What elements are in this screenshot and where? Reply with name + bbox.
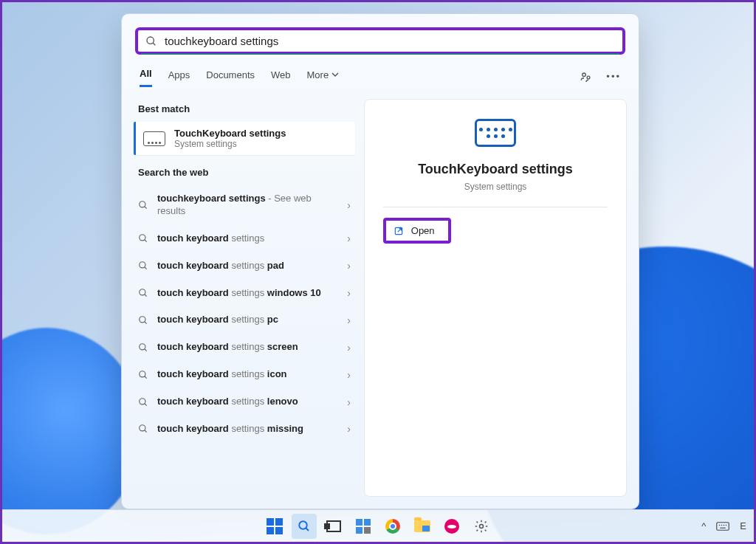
web-result-text: touch keyboard settings lenovo [157, 396, 338, 408]
taskbar-app-pinned[interactable] [439, 514, 464, 539]
svg-point-8 [140, 262, 145, 268]
svg-line-1 [153, 43, 155, 45]
search-web-heading: Search the web [138, 167, 351, 178]
search-icon [138, 288, 148, 298]
gear-icon [474, 519, 489, 534]
svg-rect-26 [717, 522, 729, 530]
result-preview-pane: TouchKeyboard settings System settings O… [364, 99, 627, 497]
web-result-text: touch keyboard settings missing [157, 423, 338, 435]
search-icon [138, 342, 148, 353]
web-result-item[interactable]: touch keyboard settings icon› [134, 361, 355, 388]
touch-keyboard-tray-icon[interactable] [716, 521, 729, 531]
windows-logo-icon [267, 518, 283, 534]
chevron-down-icon [331, 71, 339, 78]
account-icon[interactable] [580, 71, 593, 84]
best-match-subtitle: System settings [174, 139, 286, 149]
chevron-right-icon[interactable]: › [347, 423, 351, 435]
svg-point-3 [587, 76, 590, 79]
tab-web[interactable]: Web [271, 69, 291, 86]
search-icon [138, 261, 148, 271]
web-result-item[interactable]: touch keyboard settings pad› [134, 252, 355, 280]
chevron-right-icon[interactable]: › [347, 342, 351, 354]
svg-point-2 [583, 73, 586, 77]
svg-line-5 [145, 207, 147, 209]
keyboard-icon [143, 131, 165, 146]
svg-line-11 [145, 295, 147, 297]
search-icon [138, 370, 148, 380]
preview-subtitle: System settings [464, 182, 527, 192]
web-result-text: touch keyboard settings icon [157, 368, 338, 381]
web-result-text: touch keyboard settings screen [157, 341, 338, 354]
tray-language-indicator[interactable]: E [740, 520, 746, 531]
start-search-panel: All Apps Documents Web More ••• Best mat… [121, 13, 639, 509]
open-button-label: Open [411, 225, 435, 236]
web-result-item[interactable]: touch keyboard settings pc› [134, 306, 355, 334]
web-result-text: touch keyboard settings windows 10 [157, 287, 338, 300]
svg-line-9 [145, 267, 147, 269]
chevron-right-icon[interactable]: › [347, 233, 351, 244]
svg-point-0 [147, 37, 154, 44]
svg-line-21 [145, 430, 147, 433]
search-icon [138, 315, 148, 326]
widgets-button[interactable] [351, 514, 376, 539]
web-result-text: touch keyboard settings pad [157, 260, 338, 272]
svg-point-6 [140, 235, 145, 241]
chevron-right-icon[interactable]: › [347, 369, 351, 381]
chrome-icon [385, 519, 400, 534]
chevron-right-icon[interactable]: › [347, 314, 351, 326]
search-icon [138, 424, 148, 434]
search-icon [138, 233, 148, 244]
search-icon [145, 35, 157, 47]
svg-line-13 [145, 322, 147, 324]
task-view-button[interactable] [321, 514, 346, 539]
search-input[interactable] [165, 35, 615, 47]
svg-line-19 [145, 403, 147, 405]
preview-title: TouchKeyboard settings [418, 162, 573, 177]
chevron-right-icon[interactable]: › [347, 396, 351, 408]
svg-point-10 [140, 289, 145, 295]
svg-point-23 [299, 521, 307, 529]
taskbar: ^ E [2, 509, 754, 542]
chevron-right-icon[interactable]: › [347, 287, 351, 299]
open-button[interactable]: Open [383, 218, 451, 244]
folder-icon [414, 520, 430, 532]
web-result-item[interactable]: touch keyboard settings missing› [134, 416, 355, 443]
tray-overflow-chevron-icon[interactable]: ^ [701, 520, 706, 531]
search-icon [138, 200, 148, 210]
web-result-item[interactable]: touch keyboard settings lenovo› [134, 388, 355, 416]
start-button[interactable] [262, 514, 287, 539]
filter-tabs: All Apps Documents Web More ••• [122, 55, 639, 92]
web-result-text: touch keyboard settings pc [157, 314, 338, 326]
chevron-right-icon[interactable]: › [347, 260, 351, 272]
svg-point-4 [140, 202, 145, 207]
task-view-icon [326, 520, 341, 532]
taskbar-app-chrome[interactable] [380, 514, 405, 539]
best-match-heading: Best match [138, 103, 351, 114]
search-icon [298, 520, 311, 533]
web-result-item[interactable]: touch keyboard settings› [134, 225, 355, 252]
svg-point-25 [480, 524, 484, 528]
search-bar[interactable] [135, 27, 625, 55]
web-result-item[interactable]: touch keyboard settings windows 10› [134, 280, 355, 307]
best-match-result[interactable]: TouchKeyboard settings System settings [134, 122, 355, 155]
chevron-right-icon[interactable]: › [347, 199, 351, 211]
web-results-list: touchkeyboard settings - See web results… [134, 185, 355, 443]
taskbar-app-settings[interactable] [469, 514, 494, 539]
tab-more-label: More [307, 69, 329, 80]
tab-more[interactable]: More [307, 69, 340, 86]
svg-line-15 [145, 349, 147, 351]
taskbar-app-explorer[interactable] [410, 514, 435, 539]
svg-line-24 [306, 528, 309, 531]
web-result-item[interactable]: touch keyboard settings screen› [134, 334, 355, 361]
taskbar-search-button[interactable] [292, 514, 317, 539]
results-column: Best match TouchKeyboard settings System… [134, 99, 355, 497]
tab-all[interactable]: All [140, 68, 152, 87]
web-result-item[interactable]: touchkeyboard settings - See web results… [134, 185, 355, 225]
more-options-icon[interactable]: ••• [606, 71, 621, 84]
widgets-icon [356, 519, 371, 534]
tab-apps[interactable]: Apps [168, 69, 190, 86]
svg-line-17 [145, 376, 147, 378]
tab-documents[interactable]: Documents [206, 69, 255, 86]
svg-point-16 [140, 371, 145, 376]
best-match-title: TouchKeyboard settings [174, 128, 286, 139]
